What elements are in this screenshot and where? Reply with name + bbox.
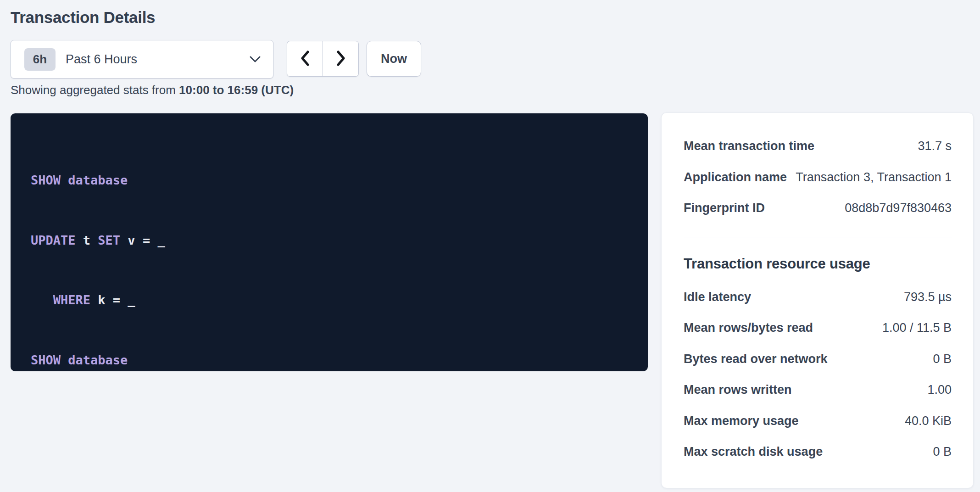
sql-line: SHOW database — [31, 350, 634, 370]
next-time-button[interactable] — [323, 41, 358, 76]
stat-label: Max scratch disk usage — [684, 445, 823, 459]
stat-label: Max memory usage — [684, 414, 799, 428]
sql-line: SHOW database — [31, 170, 634, 190]
time-range-picker[interactable]: 6h Past 6 Hours — [11, 40, 273, 78]
stat-row: Bytes read over network 0 B — [684, 344, 952, 375]
stat-label: Idle latency — [684, 290, 751, 304]
stat-value: 793.5 µs — [904, 290, 952, 304]
aggregated-stats-summary: Showing aggregated stats from 10:00 to 1… — [11, 83, 294, 97]
previous-time-button[interactable] — [287, 41, 323, 76]
time-nav-button-group — [287, 41, 359, 77]
stat-label: Bytes read over network — [684, 352, 828, 366]
stat-label: Mean transaction time — [684, 139, 814, 153]
resource-usage-heading: Transaction resource usage — [684, 254, 952, 274]
stat-label: Mean rows written — [684, 383, 792, 397]
chevron-left-icon — [300, 50, 310, 67]
page-title: Transaction Details — [11, 8, 155, 27]
chevron-right-icon — [336, 50, 346, 67]
sql-line: UPDATE t SET v = _ — [31, 230, 634, 251]
chevron-down-icon — [249, 56, 261, 63]
stat-row: Application name Transaction 3, Transact… — [684, 162, 952, 193]
stat-value: 0 B — [933, 445, 952, 459]
stat-label: Mean rows/bytes read — [684, 321, 813, 335]
stat-value: 08d8b7d97f830463 — [845, 201, 952, 215]
now-button[interactable]: Now — [367, 41, 421, 77]
stat-label: Application name — [684, 170, 787, 184]
sql-text — [31, 293, 53, 307]
card-divider — [684, 237, 952, 237]
sql-text — [61, 353, 68, 367]
sql-keyword: database — [68, 173, 128, 187]
stat-row: Mean transaction time 31.7 s — [684, 131, 952, 162]
sql-keyword: database — [68, 353, 128, 367]
sql-text: t — [76, 233, 98, 247]
sql-keyword: SHOW — [31, 353, 61, 367]
stat-value: Transaction 3, Transaction 1 — [796, 170, 952, 184]
stat-value: 40.0 KiB — [905, 414, 952, 428]
sql-line: WHERE k = _ — [31, 290, 634, 310]
stat-value: 0 B — [933, 352, 952, 366]
sql-text: v = _ — [120, 233, 165, 247]
stat-row: Mean rows written 1.00 — [684, 375, 952, 406]
transaction-details-card: Mean transaction time 31.7 s Application… — [661, 112, 974, 488]
summary-range: 10:00 to 16:59 (UTC) — [179, 83, 294, 97]
sql-statement-box: SHOW database UPDATE t SET v = _ WHERE k… — [11, 113, 648, 371]
time-range-label: Past 6 Hours — [66, 52, 137, 67]
stat-row: Max scratch disk usage 0 B — [684, 436, 952, 468]
sql-text — [61, 173, 68, 187]
sql-keyword: SET — [98, 233, 120, 247]
stat-value: 31.7 s — [918, 139, 952, 153]
stat-row: Max memory usage 40.0 KiB — [684, 406, 952, 437]
transaction-details-page: Transaction Details 6h Past 6 Hours Now … — [0, 0, 980, 492]
stat-row: Fingerprint ID 08d8b7d97f830463 — [684, 193, 952, 224]
stat-label: Fingerprint ID — [684, 201, 765, 215]
sql-keyword: WHERE — [53, 293, 90, 307]
sql-text: k = _ — [90, 293, 135, 307]
stat-value: 1.00 / 11.5 B — [882, 321, 952, 335]
stat-row: Mean rows/bytes read 1.00 / 11.5 B — [684, 313, 952, 344]
time-range-badge: 6h — [24, 48, 56, 71]
stat-row: Idle latency 793.5 µs — [684, 282, 952, 313]
sql-keyword: UPDATE — [31, 233, 76, 247]
summary-prefix: Showing aggregated stats from — [11, 83, 179, 97]
sql-keyword: SHOW — [31, 173, 61, 187]
stat-value: 1.00 — [927, 383, 952, 397]
